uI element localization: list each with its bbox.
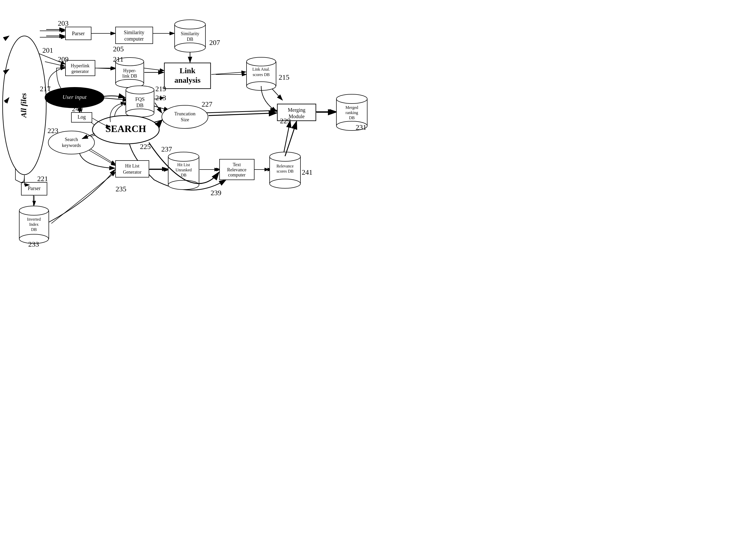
log-node: Log [71, 112, 92, 122]
svg-point-38 [175, 20, 205, 29]
inverted-index-label: Inverted [27, 217, 40, 221]
parser-top-node: Parser [66, 27, 91, 40]
label-211: 211 [113, 55, 123, 63]
merged-ranking-label: Merged [345, 105, 358, 110]
all-files-node: All files [3, 36, 46, 175]
svg-line-12 [100, 98, 129, 100]
text-relevance-node: Text Relevance computer [220, 159, 254, 180]
hit-list-generator-label: Hit List [125, 163, 140, 168]
label-241: 241 [302, 168, 313, 176]
search-node: SEARCH [92, 115, 159, 144]
label-223: 223 [48, 127, 58, 135]
svg-point-78 [168, 152, 199, 161]
fqs-db-label2: DB [136, 102, 144, 108]
relevance-scores-label2: scores DB [276, 169, 293, 173]
label-215: 215 [279, 73, 289, 81]
link-anal-scores-label: Link Anal. [252, 67, 270, 71]
all-files-label: All files [19, 93, 28, 118]
svg-rect-76 [115, 161, 149, 177]
label-209: 209 [58, 55, 69, 63]
label-229: 229 [280, 117, 291, 125]
label-237: 237 [161, 145, 172, 153]
svg-point-84 [270, 152, 301, 161]
merged-ranking-label2: ranking [346, 110, 358, 115]
fqs-db-node: FQS DB [126, 86, 154, 117]
similarity-computer-label: Similarity [124, 29, 144, 35]
hit-list-unranked-label2: Unranked [175, 168, 191, 172]
hyperlink-db-label2: link DB [122, 73, 137, 79]
text-relevance-label3: computer [228, 172, 246, 177]
merged-ranking-label3: DB [349, 115, 355, 120]
svg-point-56 [126, 86, 154, 94]
parser-bottom-node: Parser [21, 182, 47, 195]
link-analysis-node: Link analysis [164, 63, 211, 89]
search-keywords-label2: keywords [62, 143, 81, 148]
text-relevance-label2: Relevance [227, 167, 247, 172]
relevance-scores-label: Relevance [276, 164, 294, 168]
similarity-db-node: Similarity DB [175, 20, 205, 52]
label-225: 225 [140, 143, 151, 151]
label-201: 201 [43, 46, 53, 54]
inverted-index-label3: DB [31, 227, 37, 232]
inverted-index-label2: Index [29, 222, 38, 227]
hyperlink-generator-label: Hyperlink [71, 63, 90, 68]
label-203: 203 [58, 19, 69, 27]
label-205: 205 [113, 45, 124, 53]
link-anal-scores-db-node: Link Anal. scores DB [247, 57, 276, 90]
search-keywords-label: Search [65, 137, 78, 142]
fqs-db-label: FQS [135, 96, 145, 102]
label-240: 240 [72, 105, 83, 113]
user-input-label: User input [62, 94, 87, 100]
log-label: Log [78, 114, 86, 120]
hit-list-generator-node: Hit List Generator [115, 161, 149, 177]
parser-bottom-label: Parser [28, 185, 40, 191]
label-213: 213 [155, 94, 166, 102]
merging-module-label2: Module [288, 113, 305, 119]
svg-line-9 [144, 68, 164, 71]
label-221: 221 [37, 175, 48, 183]
svg-point-41 [175, 43, 205, 52]
link-anal-scores-label2: scores DB [253, 72, 270, 77]
svg-point-72 [19, 206, 49, 215]
hyperlink-generator-label2: generator [71, 69, 89, 74]
truncation-size-label: Truncation [174, 111, 196, 116]
hit-list-unranked-label3: DB [181, 173, 186, 177]
hit-list-unranked-label: Hit List [177, 163, 190, 167]
label-227: 227 [201, 100, 213, 108]
diagram-container: All files 201 Parser 203 Similarity comp… [0, 0, 378, 276]
label-231: 231 [356, 123, 366, 131]
hyperlink-generator-node: Hyperlink generator [66, 60, 95, 76]
truncation-size-node: Truncation Size [162, 105, 208, 129]
hit-list-generator-label2: Generator [123, 169, 142, 175]
label-219: 219 [155, 85, 166, 93]
inverted-index-db-node: Inverted Index DB [19, 206, 49, 243]
label-239: 239 [211, 189, 221, 197]
svg-point-64 [336, 94, 367, 103]
svg-line-15 [200, 110, 277, 113]
link-analysis-label: Link [179, 66, 195, 75]
truncation-size-label2: Size [181, 117, 189, 122]
parser-top-label: Parser [72, 30, 85, 36]
label-235: 235 [115, 185, 127, 193]
merging-module-label: Merging [288, 107, 306, 113]
search-label: SEARCH [105, 123, 146, 134]
similarity-db-label: Similarity [181, 31, 199, 36]
label-233: 233 [28, 240, 39, 248]
text-relevance-label: Text [233, 162, 241, 167]
similarity-db-label2: DB [187, 37, 193, 42]
hyperlink-db-label: Hyper- [123, 68, 136, 73]
similarity-computer-node: Similarity computer [115, 27, 153, 44]
relevance-scores-db-node: Relevance scores DB [270, 152, 301, 188]
svg-point-81 [168, 180, 199, 189]
link-analysis-label2: analysis [174, 76, 200, 84]
svg-point-87 [270, 179, 301, 188]
similarity-computer-label2: computer [124, 36, 144, 42]
label-207: 207 [209, 38, 220, 47]
svg-point-50 [247, 57, 276, 66]
